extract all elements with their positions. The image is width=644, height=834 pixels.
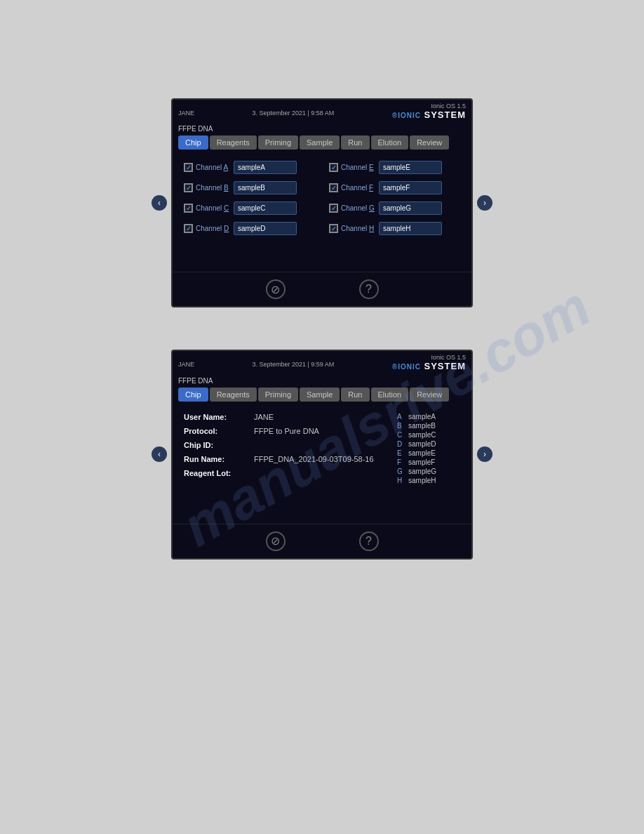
tab-reagents-2[interactable]: Reagents [210, 388, 257, 402]
screen1-datetime: 3. September 2021 | 9:58 AM [252, 110, 334, 117]
channel-D-label: Channel D [196, 225, 231, 232]
review-reagent-label: Reagent Lot: [184, 469, 254, 477]
tab-chip-2[interactable]: Chip [178, 388, 208, 402]
screen2-version: Ionic OS 1.5 [392, 354, 466, 361]
review-grid: User Name: JANE Protocol: FFPE to Pure D… [184, 413, 460, 486]
sample-item-F: F sampleF [397, 458, 460, 466]
screen2-brand-name: ®IONIC SYSTEM [392, 361, 466, 375]
tab-review-2[interactable]: Review [410, 388, 449, 402]
channel-row-F: Channel F [329, 181, 460, 194]
channel-G-label: Channel G [341, 204, 376, 212]
sample-name-F: sampleF [408, 458, 435, 466]
review-row-chip: Chip ID: [184, 441, 383, 449]
screen1-content: Channel A Channel E Channel B [173, 154, 471, 266]
tab-sample-2[interactable]: Sample [300, 388, 340, 402]
screen2-user: JANE [178, 361, 194, 368]
tab-elution-1[interactable]: Elution [371, 135, 409, 150]
screen1-version: Ionic OS 1.5 [392, 102, 466, 110]
sample-name-G: sampleG [408, 468, 436, 475]
screen2-nav-prev[interactable]: ‹ [152, 446, 167, 462]
tab-run-2[interactable]: Run [341, 388, 369, 402]
screen2-nav-tabs: Chip Reagents Priming Sample Run Elution… [173, 388, 471, 406]
channel-B-checkbox[interactable] [184, 183, 193, 192]
tab-run-1[interactable]: Run [341, 135, 369, 150]
channel-F-checkbox[interactable] [329, 183, 338, 192]
tab-sample-1[interactable]: Sample [300, 135, 340, 150]
review-runname-label: Run Name: [184, 455, 254, 463]
screen2: JANE 3. September 2021 | 9:59 AM Ionic O… [171, 350, 473, 559]
channel-F-input[interactable] [379, 181, 442, 194]
tab-review-1[interactable]: Review [410, 135, 449, 150]
sample-item-C: C sampleC [397, 431, 460, 439]
review-user-value: JANE [254, 413, 274, 421]
channel-row-B: Channel B [184, 181, 315, 194]
sample-letter-E: E [397, 449, 404, 457]
channel-D-checkbox[interactable] [184, 224, 193, 233]
sample-item-G: G sampleG [397, 468, 460, 475]
screen1-subheader: FFPE DNA [173, 125, 471, 135]
channel-E-checkbox[interactable] [329, 163, 338, 172]
screen1-wrapper: ‹ JANE 3. September 2021 | 9:58 AM Ionic… [171, 98, 473, 307]
screen1-nav-next[interactable]: › [477, 195, 492, 211]
screen1-header: JANE 3. September 2021 | 9:58 AM Ionic O… [173, 100, 471, 125]
screen1-footer: ⊘ ? [173, 272, 471, 306]
screen2-header: JANE 3. September 2021 | 9:59 AM Ionic O… [173, 351, 471, 376]
review-user-label: User Name: [184, 413, 254, 421]
help-icon-2[interactable]: ? [359, 531, 379, 551]
sample-item-A: A sampleA [397, 413, 460, 421]
sample-letter-G: G [397, 468, 404, 475]
screen2-content: User Name: JANE Protocol: FFPE to Pure D… [173, 406, 471, 518]
screen2-nav-next[interactable]: › [477, 446, 492, 462]
channel-row-D: Channel D [184, 222, 315, 235]
screen2-datetime: 3. September 2021 | 9:59 AM [252, 361, 334, 368]
review-row-runname: Run Name: FFPE_DNA_2021-09-03T09-58-16 [184, 455, 383, 463]
screen1-nav-prev[interactable]: ‹ [152, 195, 167, 211]
tab-priming-1[interactable]: Priming [258, 135, 298, 150]
channel-F-label: Channel F [341, 184, 376, 192]
screen2-brand-sup: ® [392, 363, 398, 371]
tab-priming-2[interactable]: Priming [258, 388, 298, 402]
review-runname-value: FFPE_DNA_2021-09-03T09-58-16 [254, 455, 374, 463]
sample-letter-A: A [397, 413, 404, 421]
review-row-protocol: Protocol: FFPE to Pure DNA [184, 427, 383, 435]
review-left: User Name: JANE Protocol: FFPE to Pure D… [184, 413, 383, 486]
tab-elution-2[interactable]: Elution [371, 388, 409, 402]
screen1-user: JANE [178, 110, 194, 117]
screen2-subheader: FFPE DNA [173, 377, 471, 388]
channel-E-input[interactable] [379, 161, 442, 174]
channel-G-input[interactable] [379, 201, 442, 215]
cancel-icon-2[interactable]: ⊘ [266, 531, 286, 551]
channel-B-label: Channel B [196, 184, 231, 192]
cancel-icon-1[interactable]: ⊘ [266, 279, 286, 299]
channel-B-input[interactable] [234, 181, 297, 194]
help-icon-1[interactable]: ? [359, 279, 379, 299]
channel-row-G: Channel G [329, 201, 460, 215]
channel-H-checkbox[interactable] [329, 224, 338, 233]
review-protocol-label: Protocol: [184, 427, 254, 435]
channel-row-H: Channel H [329, 222, 460, 235]
channel-A-input[interactable] [234, 161, 297, 174]
channel-C-input[interactable] [234, 201, 297, 215]
review-right: A sampleA B sampleB C sampleC D [397, 413, 460, 486]
sample-letter-H: H [397, 477, 404, 484]
review-chip-label: Chip ID: [184, 441, 254, 449]
sample-name-A: sampleA [408, 413, 436, 421]
channel-C-label: Channel C [196, 204, 231, 212]
channel-H-input[interactable] [379, 222, 442, 235]
channel-D-input[interactable] [234, 222, 297, 235]
review-protocol-value: FFPE to Pure DNA [254, 427, 319, 435]
tab-chip-1[interactable]: Chip [178, 135, 208, 150]
channel-G-checkbox[interactable] [329, 204, 338, 213]
screen1-brand-name: ®IONIC SYSTEM [392, 110, 466, 124]
tab-reagents-1[interactable]: Reagents [210, 135, 257, 150]
channel-row-E: Channel E [329, 161, 460, 174]
page-wrapper: ‹ JANE 3. September 2021 | 9:58 AM Ionic… [0, 0, 644, 588]
screen2-wrapper: ‹ JANE 3. September 2021 | 9:59 AM Ionic… [171, 350, 473, 559]
channel-C-checkbox[interactable] [184, 204, 193, 213]
channel-A-checkbox[interactable] [184, 163, 193, 172]
sample-item-E: E sampleE [397, 449, 460, 457]
sample-letter-F: F [397, 458, 404, 466]
review-row-reagent: Reagent Lot: [184, 469, 383, 477]
channel-H-label: Channel H [341, 225, 376, 232]
sample-letter-D: D [397, 440, 404, 448]
